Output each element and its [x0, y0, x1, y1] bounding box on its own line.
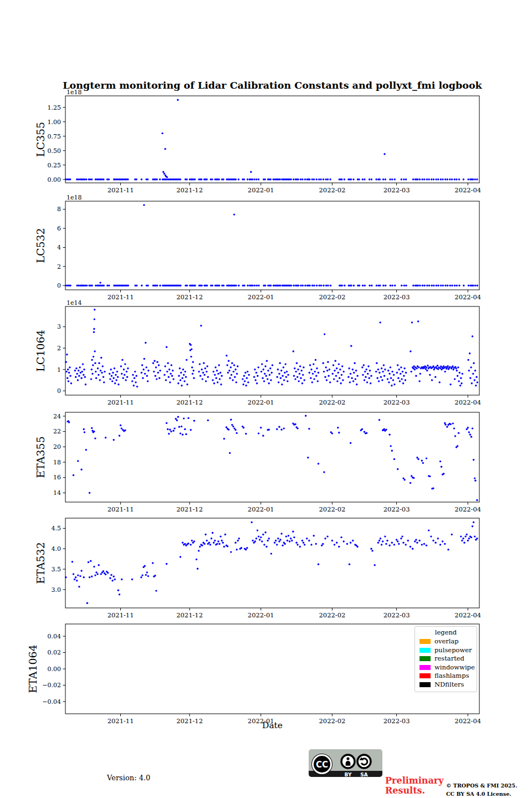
- svg-text:0.25: 0.25: [48, 162, 62, 169]
- svg-text:0.00: 0.00: [48, 176, 62, 183]
- legend-rows: overlappulsepowerrestartedwindowwipeflas…: [415, 637, 477, 689]
- preliminary-results-text: Preliminary Results.: [385, 776, 452, 795]
- legend-entry-label: pulsepower: [434, 647, 472, 653]
- cc-icon: CC: [311, 754, 332, 775]
- svg-text:0.04: 0.04: [48, 633, 62, 640]
- svg-text:24: 24: [53, 413, 61, 420]
- svg-text:1.00: 1.00: [48, 119, 62, 126]
- NDfilters-swatch: [420, 682, 431, 687]
- subplot-LC532: 1e18LC532024682021-112021-122022-012022-…: [0, 195, 532, 303]
- y-axis-label: LC1064: [34, 330, 47, 372]
- svg-text:0.50: 0.50: [48, 147, 62, 155]
- svg-text:8: 8: [57, 206, 61, 213]
- y-axis-label: LC532: [34, 228, 47, 263]
- svg-text:3.5: 3.5: [52, 566, 62, 573]
- axes-box: [65, 306, 479, 395]
- svg-text:4.5: 4.5: [52, 525, 62, 532]
- svg-text:−0.04: −0.04: [42, 698, 61, 705]
- svg-text:−0.02: −0.02: [42, 682, 61, 689]
- legend-entry-pulsepower: pulsepower: [415, 646, 477, 655]
- svg-text:6: 6: [57, 225, 61, 232]
- svg-text:3: 3: [57, 323, 61, 330]
- y-ticks: −0.04−0.020.000.020.04: [42, 633, 65, 705]
- cc-by-sa-badge: CC BY SA: [309, 749, 382, 780]
- subplot-ETA532: ETA5323.03.54.04.52021-112021-122022-012…: [0, 511, 532, 621]
- copyright-text: © TROPOS & FMI 2025. CC BY SA 4.0 Licens…: [446, 782, 517, 798]
- svg-text:18: 18: [53, 459, 61, 466]
- svg-text:2022-03: 2022-03: [383, 398, 410, 406]
- axis-offset-label: 1e18: [66, 195, 82, 201]
- svg-text:CC: CC: [316, 760, 328, 770]
- by-person-icon: [341, 755, 355, 768]
- x-axis-label: Date: [65, 720, 479, 730]
- svg-text:14: 14: [53, 489, 61, 497]
- legend-entry-label: NDfilters: [434, 682, 464, 688]
- legend-box: legend overlappulsepowerrestartedwindoww…: [415, 626, 477, 692]
- y-ticks: 0123: [57, 323, 65, 395]
- svg-text:2022-04: 2022-04: [454, 186, 481, 194]
- legend-entry-label: restarted: [434, 656, 464, 662]
- copyright-line2: CC BY SA 4.0 License.: [446, 790, 517, 798]
- legend-entry-overlap: overlap: [415, 637, 477, 646]
- legend-entry-flashlamps: flashlamps: [415, 672, 477, 681]
- x-ticks: 2021-112021-122022-012022-022022-032022-…: [108, 395, 481, 406]
- svg-text:1.25: 1.25: [48, 104, 62, 111]
- figure-page: Longterm monitoring of Lidar Calibration…: [0, 0, 532, 798]
- version-text: Version: 4.0: [107, 774, 150, 782]
- svg-text:2021-11: 2021-11: [108, 186, 134, 194]
- svg-text:4: 4: [57, 244, 61, 251]
- axes-box: [65, 201, 479, 290]
- y-axis-label: ETA355: [34, 436, 47, 478]
- svg-text:4.0: 4.0: [52, 545, 62, 553]
- axes-box: [65, 96, 479, 183]
- y-ticks: 0.000.250.500.751.001.25: [48, 104, 66, 183]
- svg-text:2022-02: 2022-02: [319, 186, 346, 194]
- svg-text:22: 22: [53, 428, 61, 435]
- svg-text:0.75: 0.75: [48, 133, 62, 140]
- svg-text:0.00: 0.00: [48, 666, 62, 673]
- axes-box: [65, 518, 479, 608]
- legend-entry-NDfilters: NDfilters: [415, 681, 477, 689]
- overlap-swatch: [420, 639, 431, 644]
- y-ticks: 02468: [57, 206, 65, 289]
- svg-text:1: 1: [57, 366, 61, 374]
- pulsepower-swatch: [420, 648, 431, 653]
- svg-text:2022-03: 2022-03: [383, 186, 410, 194]
- cc-sa-label: SA: [360, 772, 367, 777]
- svg-text:20: 20: [53, 443, 61, 451]
- legend-entry-label: overlap: [434, 638, 459, 644]
- legend-entry-label: flashlamps: [434, 673, 469, 679]
- axis-offset-label: 1e18: [66, 89, 82, 96]
- y-axis-label: ETA532: [34, 542, 47, 584]
- legend-entry-restarted: restarted: [415, 654, 477, 663]
- windowwipe-swatch: [420, 665, 431, 670]
- svg-text:2021-11: 2021-11: [108, 398, 134, 406]
- svg-text:2022-01: 2022-01: [248, 186, 274, 194]
- svg-text:2: 2: [57, 263, 61, 270]
- svg-text:0.02: 0.02: [48, 649, 62, 656]
- svg-text:2: 2: [57, 345, 61, 352]
- restarted-swatch: [420, 656, 431, 661]
- sa-arrow-icon: [357, 755, 371, 768]
- svg-text:2022-01: 2022-01: [248, 398, 274, 406]
- legend-entry-label: windowwipe: [434, 664, 475, 671]
- x-ticks: 2021-112021-122022-012022-022022-032022-…: [108, 183, 481, 194]
- flashlamps-swatch: [420, 673, 431, 678]
- axis-offset-label: 1e14: [66, 300, 82, 306]
- cc-by-label: BY: [345, 772, 352, 777]
- svg-text:16: 16: [53, 474, 61, 481]
- legend-title: legend: [415, 628, 477, 636]
- svg-text:2021-12: 2021-12: [176, 186, 203, 194]
- y-ticks: 141618202224: [53, 413, 65, 497]
- svg-text:0: 0: [57, 282, 61, 289]
- subplot-LC1064: 1e14LC106401232021-112021-122022-012022-…: [0, 300, 532, 408]
- svg-text:2022-02: 2022-02: [319, 398, 346, 406]
- y-axis-label: LC355: [34, 122, 47, 157]
- y-ticks: 3.03.54.04.5: [52, 525, 66, 593]
- svg-text:2021-12: 2021-12: [176, 398, 203, 406]
- subplot-LC355: 1e18LC3550.000.250.500.751.001.252021-11…: [0, 89, 532, 196]
- legend-entry-windowwipe: windowwipe: [415, 663, 477, 672]
- svg-text:3.0: 3.0: [52, 586, 62, 594]
- x-ticks: 2021-112021-122022-012022-022022-032022-…: [108, 290, 481, 301]
- y-axis-label: ETA1064: [27, 644, 39, 693]
